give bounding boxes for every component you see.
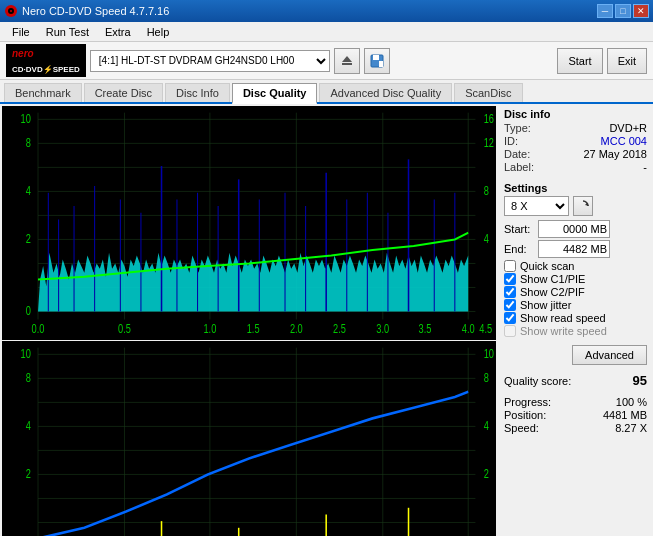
progress-section: Progress: 100 % Position: 4481 MB Speed:…	[504, 396, 647, 435]
menu-extra[interactable]: Extra	[97, 24, 139, 40]
speed-display-value: 8.27 X	[615, 422, 647, 434]
main-content: 10 8 4 2 0 16 12 8 4	[0, 104, 653, 536]
show-c1-row: Show C1/PIE	[504, 273, 647, 285]
show-c2-checkbox[interactable]	[504, 286, 516, 298]
svg-text:4: 4	[26, 184, 31, 197]
advanced-button[interactable]: Advanced	[572, 345, 647, 365]
start-row: Start:	[504, 220, 647, 238]
show-jitter-label[interactable]: Show jitter	[520, 299, 571, 311]
svg-text:10: 10	[21, 347, 31, 360]
drive-selector: [4:1] HL-DT-ST DVDRAM GH24NSD0 LH00	[90, 48, 554, 74]
menu-file[interactable]: File	[4, 24, 38, 40]
progress-row: Progress: 100 %	[504, 396, 647, 408]
show-read-speed-label[interactable]: Show read speed	[520, 312, 606, 324]
svg-text:0.5: 0.5	[118, 322, 131, 335]
show-c1-label[interactable]: Show C1/PIE	[520, 273, 585, 285]
svg-text:8: 8	[26, 371, 31, 384]
bottom-chart-svg: 10 8 4 2 0 10 8 4 2	[2, 341, 496, 537]
svg-text:2.5: 2.5	[333, 322, 346, 335]
disc-date-value: 27 May 2018	[583, 148, 647, 160]
svg-text:3.5: 3.5	[419, 322, 432, 335]
svg-text:2.0: 2.0	[290, 322, 303, 335]
menu-bar: File Run Test Extra Help	[0, 22, 653, 42]
svg-text:3.0: 3.0	[376, 322, 389, 335]
speed-row-display: Speed: 8.27 X	[504, 422, 647, 434]
svg-text:8: 8	[484, 371, 489, 384]
disc-id-label: ID:	[504, 135, 518, 147]
save-button[interactable]	[364, 48, 390, 74]
svg-point-2	[10, 10, 12, 12]
toolbar: nero CD·DVD⚡SPEED [4:1] HL-DT-ST DVDRAM …	[0, 42, 653, 80]
speed-combo[interactable]: 8 X	[504, 196, 569, 216]
menu-run-test[interactable]: Run Test	[38, 24, 97, 40]
tab-advanced-disc-quality[interactable]: Advanced Disc Quality	[319, 83, 452, 102]
show-jitter-row: Show jitter	[504, 299, 647, 311]
disc-id-row: ID: MCC 004	[504, 135, 647, 147]
quality-score-label: Quality score:	[504, 375, 571, 387]
position-label: Position:	[504, 409, 546, 421]
drive-combo[interactable]: [4:1] HL-DT-ST DVDRAM GH24NSD0 LH00	[90, 50, 330, 72]
svg-rect-7	[379, 61, 383, 67]
quick-scan-label[interactable]: Quick scan	[520, 260, 574, 272]
tab-scan-disc[interactable]: ScanDisc	[454, 83, 522, 102]
quick-scan-checkbox[interactable]	[504, 260, 516, 272]
close-button[interactable]: ✕	[633, 4, 649, 18]
svg-text:2: 2	[484, 467, 489, 480]
start-button[interactable]: Start	[557, 48, 602, 74]
quality-score-value: 95	[633, 373, 647, 388]
svg-text:4: 4	[484, 419, 489, 432]
svg-text:8: 8	[26, 136, 31, 149]
disc-type-row: Type: DVD+R	[504, 122, 647, 134]
settings-section: Settings 8 X Start: End: Quick scan	[504, 182, 647, 365]
maximize-button[interactable]: □	[615, 4, 631, 18]
speed-display-label: Speed:	[504, 422, 539, 434]
right-panel: Disc info Type: DVD+R ID: MCC 004 Date: …	[498, 104, 653, 536]
position-value: 4481 MB	[603, 409, 647, 421]
svg-text:10: 10	[484, 347, 494, 360]
show-write-speed-row: Show write speed	[504, 325, 647, 337]
svg-text:2: 2	[26, 232, 31, 245]
exit-button[interactable]: Exit	[607, 48, 647, 74]
tabs: Benchmark Create Disc Disc Info Disc Qua…	[0, 80, 653, 104]
bottom-chart: 10 8 4 2 0 10 8 4 2	[2, 341, 496, 537]
svg-text:16: 16	[484, 112, 494, 125]
disc-id-value: MCC 004	[601, 135, 647, 147]
title-bar: Nero CD-DVD Speed 4.7.7.16 ─ □ ✕	[0, 0, 653, 22]
svg-rect-6	[373, 55, 379, 60]
menu-help[interactable]: Help	[139, 24, 178, 40]
minimize-button[interactable]: ─	[597, 4, 613, 18]
progress-label: Progress:	[504, 396, 551, 408]
progress-value: 100 %	[616, 396, 647, 408]
settings-title: Settings	[504, 182, 647, 194]
svg-rect-4	[342, 63, 352, 65]
eject-button[interactable]	[334, 48, 360, 74]
svg-text:4: 4	[484, 232, 489, 245]
disc-label-label: Label:	[504, 161, 534, 173]
start-label: Start:	[504, 223, 534, 235]
start-input[interactable]	[538, 220, 610, 238]
show-c2-label[interactable]: Show C2/PIF	[520, 286, 585, 298]
show-c1-checkbox[interactable]	[504, 273, 516, 285]
svg-text:4: 4	[26, 419, 31, 432]
disc-date-label: Date:	[504, 148, 530, 160]
show-read-speed-checkbox[interactable]	[504, 312, 516, 324]
tab-create-disc[interactable]: Create Disc	[84, 83, 163, 102]
disc-type-value: DVD+R	[609, 122, 647, 134]
end-input[interactable]	[538, 240, 610, 258]
disc-type-label: Type:	[504, 122, 531, 134]
tab-disc-quality[interactable]: Disc Quality	[232, 83, 318, 104]
quality-score-row: Quality score: 95	[504, 373, 647, 388]
svg-text:8: 8	[484, 184, 489, 197]
tab-disc-info[interactable]: Disc Info	[165, 83, 230, 102]
svg-rect-64	[2, 341, 496, 537]
show-jitter-checkbox[interactable]	[504, 299, 516, 311]
title-bar-left: Nero CD-DVD Speed 4.7.7.16	[4, 4, 169, 18]
position-row: Position: 4481 MB	[504, 409, 647, 421]
show-write-speed-checkbox	[504, 325, 516, 337]
speed-row: 8 X	[504, 196, 647, 216]
refresh-button[interactable]	[573, 196, 593, 216]
chart-area: 10 8 4 2 0 16 12 8 4	[2, 106, 496, 536]
svg-text:0.0: 0.0	[32, 322, 45, 335]
tab-benchmark[interactable]: Benchmark	[4, 83, 82, 102]
svg-text:4.5: 4.5	[479, 322, 492, 335]
